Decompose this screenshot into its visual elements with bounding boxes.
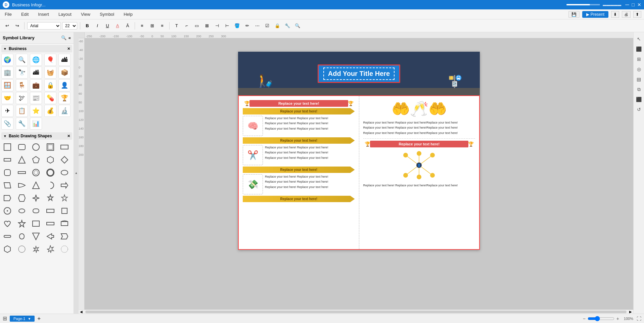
- shape-short-rect[interactable]: [1, 154, 13, 166]
- font-color-button[interactable]: A: [113, 21, 122, 30]
- shape-capsule[interactable]: [16, 230, 28, 242]
- menu-symbol[interactable]: Symbol: [98, 11, 116, 17]
- shape-square4[interactable]: [58, 205, 71, 217]
- shape-star4[interactable]: [30, 192, 42, 204]
- border-button[interactable]: ⋯: [253, 21, 262, 30]
- right-btn-undo-panel[interactable]: ↺: [635, 105, 643, 113]
- menu-layout[interactable]: Layout: [56, 11, 74, 17]
- arrow-btn-3[interactable]: Replace your text here!: [243, 167, 355, 173]
- business-section-header[interactable]: ▼ Business ✕: [1, 45, 72, 52]
- right-btn-layers[interactable]: ▤: [635, 75, 643, 83]
- image-button[interactable]: ▭: [192, 21, 201, 30]
- shape-star-outline[interactable]: [16, 218, 28, 230]
- panel-scroll[interactable]: ▼ Business ✕ 🌍 🔍 🌐 🎈 🏙 🏢 🔭 🏙 🧺 📦 🪟 🪑 💼 🔒: [0, 44, 74, 314]
- shape-circle-outline[interactable]: [30, 167, 42, 179]
- shape-rect-outline[interactable]: [44, 141, 56, 153]
- fullscreen-btn[interactable]: ⛶: [637, 316, 641, 321]
- symbol-dove[interactable]: 🕊: [16, 92, 28, 104]
- add-page-btn[interactable]: +: [37, 316, 40, 322]
- shape-diamond[interactable]: [58, 154, 71, 166]
- shape-arrow-right[interactable]: [58, 179, 71, 191]
- shape-square[interactable]: [1, 141, 13, 153]
- symbol-trophy[interactable]: 🏆: [58, 92, 71, 104]
- shape-triangle2[interactable]: [30, 230, 42, 242]
- menu-insert[interactable]: Insert: [36, 11, 51, 17]
- symbol-briefcase[interactable]: 💼: [30, 79, 42, 91]
- collapse-icon[interactable]: «: [68, 35, 71, 40]
- align-left-button[interactable]: ≡: [138, 21, 146, 30]
- symbol-plane[interactable]: ✈: [1, 105, 13, 117]
- right-btn-image-panel[interactable]: ⧉: [635, 85, 643, 93]
- shape-rounded-rect2[interactable]: [30, 205, 42, 217]
- print-button[interactable]: 🖨: [622, 11, 631, 18]
- menu-view[interactable]: View: [79, 11, 92, 17]
- right-btn-shape[interactable]: ⬛: [635, 45, 643, 53]
- symbol-star[interactable]: ⭐: [30, 105, 42, 117]
- symbol-handshake[interactable]: 🤝: [1, 92, 13, 104]
- redo-button[interactable]: ↪: [13, 21, 21, 30]
- symbol-chair[interactable]: 🪑: [16, 79, 28, 91]
- right-btn-stack[interactable]: ⬛: [635, 95, 643, 103]
- undo-button[interactable]: ↩: [3, 21, 11, 30]
- shape-rounded-rect[interactable]: [16, 141, 28, 153]
- symbol-money[interactable]: 💰: [44, 105, 56, 117]
- shape-circle[interactable]: [30, 141, 42, 153]
- font-name-select[interactable]: Arial Times New Roman Helvetica: [27, 22, 61, 30]
- shape-thick-circle[interactable]: [44, 167, 56, 179]
- right-btn-3d[interactable]: ◎: [635, 65, 643, 73]
- right-btn-cursor[interactable]: ↖: [635, 35, 643, 43]
- symbol-building[interactable]: 🏢: [1, 66, 13, 79]
- crop-button[interactable]: ⊢: [223, 21, 231, 30]
- shape-rounded-square[interactable]: [1, 167, 13, 179]
- symbol-chart[interactable]: 📊: [30, 118, 42, 130]
- symbol-city2[interactable]: 🏙: [30, 66, 42, 79]
- shape-circle-dot[interactable]: [1, 205, 13, 217]
- shape-wide-rect2[interactable]: [44, 205, 56, 217]
- shape-star9[interactable]: [58, 243, 71, 255]
- shape-thin-rect[interactable]: [16, 167, 28, 179]
- maximize-btn[interactable]: □: [632, 2, 635, 7]
- symbol-person[interactable]: 👤: [58, 79, 71, 91]
- page-dropdown-icon[interactable]: ▼: [28, 317, 31, 321]
- bold-button[interactable]: B: [83, 21, 92, 30]
- download-button[interactable]: ⬇: [611, 11, 619, 18]
- shape-star7[interactable]: [30, 243, 42, 255]
- shape-wide-rect3[interactable]: [44, 218, 56, 230]
- wrench-button[interactable]: 🔧: [283, 21, 292, 30]
- right-btn-grid[interactable]: ⊞: [635, 55, 643, 63]
- scroll-left-btn[interactable]: ◀: [79, 310, 84, 314]
- shape-star8[interactable]: [44, 243, 56, 255]
- fill-button[interactable]: 🪣: [233, 21, 241, 30]
- table-button[interactable]: ⊠: [202, 21, 211, 30]
- shapes-close-icon[interactable]: ✕: [67, 134, 70, 138]
- search-button[interactable]: 🔍: [293, 21, 302, 30]
- shape-pill[interactable]: [1, 230, 13, 242]
- shape-oval[interactable]: [58, 167, 71, 179]
- slide[interactable]: 🚶 🧳 Add Your Title Here 🚏: [238, 52, 480, 250]
- left-scroll-arrow[interactable]: ▲: [74, 32, 79, 314]
- symbol-search[interactable]: 🔍: [16, 54, 28, 66]
- shape-pentagon-arrow[interactable]: [1, 192, 13, 204]
- sidebar-toggle-btn[interactable]: ⊞: [3, 315, 7, 322]
- symbol-newspaper[interactable]: 📰: [30, 92, 42, 104]
- strikethrough-button[interactable]: Ā: [123, 21, 132, 30]
- shape-chevron[interactable]: [58, 230, 71, 242]
- symbol-globe2[interactable]: 🌐: [30, 54, 42, 66]
- symbol-paperclip[interactable]: 📎: [1, 118, 13, 130]
- symbol-city[interactable]: 🏙: [58, 54, 71, 66]
- shape-arrow-head[interactable]: [44, 230, 56, 242]
- symbol-basket[interactable]: 🧺: [44, 66, 56, 79]
- zoom-out-btn[interactable]: −: [583, 316, 586, 321]
- symbol-pill[interactable]: 💊: [44, 92, 56, 104]
- canvas-scroll[interactable]: 🚶 🧳 Add Your Title Here 🚏: [85, 38, 633, 310]
- close-btn[interactable]: ✕: [637, 2, 641, 7]
- lock-button[interactable]: 🔒: [273, 21, 282, 30]
- symbol-balloon[interactable]: 🎈: [44, 54, 56, 66]
- shape-pentagon[interactable]: [30, 154, 42, 166]
- symbol-box[interactable]: 📦: [58, 66, 71, 79]
- shape-ellipse2[interactable]: [16, 205, 28, 217]
- scroll-right-btn[interactable]: ▶: [628, 310, 633, 314]
- search-icon[interactable]: 🔍: [61, 35, 66, 40]
- minimize-btn[interactable]: ─: [625, 2, 629, 8]
- shape-circle2[interactable]: [16, 243, 28, 255]
